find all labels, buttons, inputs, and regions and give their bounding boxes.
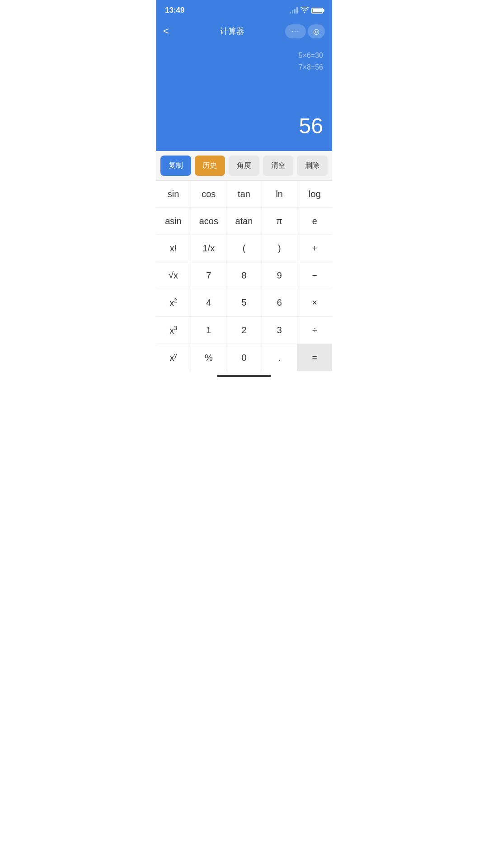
copy-button[interactable]: 复制 — [160, 156, 191, 176]
history-button[interactable]: 历史 — [195, 156, 225, 176]
key-close-paren[interactable]: ) — [262, 235, 297, 262]
key-2[interactable]: 2 — [226, 317, 262, 344]
key-pi[interactable]: π — [262, 208, 297, 235]
keypad-row-2: asin acos atan π e — [156, 208, 332, 235]
keypad-row-7: xy % 0 . = — [156, 344, 332, 371]
keypad-row-4: √x 7 8 9 − — [156, 262, 332, 289]
key-7[interactable]: 7 — [191, 262, 226, 289]
wifi-icon — [300, 7, 309, 14]
key-8[interactable]: 8 — [226, 262, 262, 289]
key-square[interactable]: x2 — [156, 289, 191, 316]
key-decimal[interactable]: . — [262, 344, 297, 371]
delete-button[interactable]: 删除 — [297, 156, 328, 176]
history-line-1: 5×6=30 — [165, 50, 323, 61]
key-log[interactable]: log — [297, 181, 332, 208]
key-ln[interactable]: ln — [262, 181, 297, 208]
back-button[interactable]: < — [163, 25, 179, 37]
keypad-row-6: x3 1 2 3 ÷ — [156, 317, 332, 344]
eye-button[interactable]: ◎ — [308, 24, 325, 38]
home-bar — [217, 375, 271, 377]
key-equals[interactable]: = — [297, 344, 332, 371]
key-4[interactable]: 4 — [191, 289, 226, 316]
key-reciprocal[interactable]: 1/x — [191, 235, 226, 262]
keypad-row-5: x2 4 5 6 × — [156, 289, 332, 317]
key-3[interactable]: 3 — [262, 317, 297, 344]
key-5[interactable]: 5 — [226, 289, 262, 316]
key-9[interactable]: 9 — [262, 262, 297, 289]
angle-button[interactable]: 角度 — [229, 156, 259, 176]
key-cube[interactable]: x3 — [156, 317, 191, 344]
battery-icon — [311, 8, 323, 14]
action-row: 复制 历史 角度 清空 删除 — [156, 151, 332, 181]
clear-button[interactable]: 清空 — [263, 156, 294, 176]
keypad-row-3: x! 1/x ( ) + — [156, 235, 332, 262]
signal-icon — [290, 7, 298, 14]
home-indicator — [156, 371, 332, 379]
key-0[interactable]: 0 — [226, 344, 262, 371]
key-power[interactable]: xy — [156, 344, 191, 371]
history-display: 5×6=30 7×8=56 — [165, 50, 323, 73]
current-result: 56 — [165, 113, 323, 142]
status-time: 13:49 — [165, 6, 184, 15]
key-tan[interactable]: tan — [226, 181, 262, 208]
nav-bar: < 计算器 ··· ◎ — [156, 20, 332, 42]
status-bar: 13:49 — [156, 0, 332, 20]
key-acos[interactable]: acos — [191, 208, 226, 235]
history-line-2: 7×8=56 — [165, 61, 323, 73]
display-area: 5×6=30 7×8=56 56 — [156, 42, 332, 151]
key-open-paren[interactable]: ( — [226, 235, 262, 262]
page-title: 计算器 — [220, 26, 244, 37]
key-factorial[interactable]: x! — [156, 235, 191, 262]
key-sin[interactable]: sin — [156, 181, 191, 208]
key-1[interactable]: 1 — [191, 317, 226, 344]
key-minus[interactable]: − — [297, 262, 332, 289]
keypad-row-1: sin cos tan ln log — [156, 181, 332, 208]
key-atan[interactable]: atan — [226, 208, 262, 235]
nav-actions: ··· ◎ — [285, 24, 325, 38]
key-percent[interactable]: % — [191, 344, 226, 371]
keypad: sin cos tan ln log asin acos atan π e x!… — [156, 181, 332, 371]
more-button[interactable]: ··· — [285, 24, 306, 38]
key-divide[interactable]: ÷ — [297, 317, 332, 344]
key-sqrt[interactable]: √x — [156, 262, 191, 289]
key-asin[interactable]: asin — [156, 208, 191, 235]
key-6[interactable]: 6 — [262, 289, 297, 316]
key-cos[interactable]: cos — [191, 181, 226, 208]
status-icons — [290, 7, 323, 14]
key-multiply[interactable]: × — [297, 289, 332, 316]
key-e[interactable]: e — [297, 208, 332, 235]
key-plus[interactable]: + — [297, 235, 332, 262]
